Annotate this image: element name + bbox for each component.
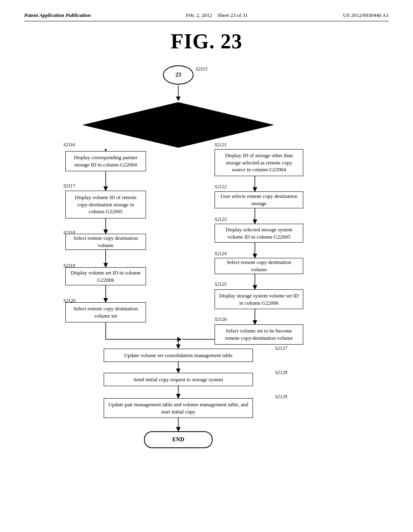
- s2122-label: S2122: [215, 184, 227, 190]
- box-s2126: Select volume set to be become remote co…: [215, 324, 303, 345]
- box-s2127: Update volume set consolidation manageme…: [104, 349, 253, 362]
- svg-marker-32: [176, 345, 180, 349]
- s2125-label: S2125: [215, 281, 227, 287]
- page: Patent Application Publication Feb. 2, 2…: [0, 0, 413, 532]
- box-s2122: User selects remote copy destination sto…: [215, 191, 303, 208]
- header-patent-number: US 2012/0030440 A1: [343, 12, 389, 19]
- s2121-label: S2121: [215, 142, 227, 148]
- box-s2118: Select remote copy destination volume: [65, 234, 146, 250]
- box-s2121: Display ID of storage other than storage…: [215, 149, 303, 176]
- svg-marker-15: [104, 298, 108, 302]
- box-s2129: Update pair management table and volume …: [104, 398, 253, 418]
- start-node: 23: [163, 65, 194, 85]
- svg-marker-38: [176, 427, 180, 431]
- s2117-label: S2117: [63, 183, 75, 189]
- svg-marker-28: [177, 337, 181, 341]
- no-label: No: [226, 118, 232, 124]
- box-s2128: Send initial copy request to storage sys…: [104, 373, 253, 386]
- s2127-label: S2127: [275, 345, 287, 351]
- svg-marker-34: [176, 369, 180, 373]
- box-s2119: Display volume set ID in column G22006: [65, 267, 146, 285]
- box-s2117: Display volume ID of remote copy-destina…: [65, 191, 146, 218]
- svg-marker-19: [253, 220, 257, 224]
- svg-marker-11: [104, 230, 108, 234]
- box-s2125: Display storage system volume set ID in …: [215, 289, 303, 309]
- s2116-label: S2116: [63, 142, 75, 148]
- s2124-label: S2124: [215, 251, 227, 257]
- svg-marker-25: [253, 320, 257, 324]
- svg-marker-21: [253, 254, 257, 258]
- svg-marker-36: [176, 394, 180, 398]
- flowchart-diagram: 23 S2115 Partner volume set correspondin…: [41, 57, 372, 501]
- box-s2120: Select remote copy destination volume se…: [65, 302, 146, 322]
- page-header: Patent Application Publication Feb. 2, 2…: [24, 12, 389, 21]
- header-date-sheet: Feb. 2, 2012 Sheet 23 of 31: [186, 12, 248, 19]
- end-node: END: [144, 431, 213, 448]
- s2115-label: S2115: [196, 66, 207, 72]
- svg-marker-1: [176, 97, 180, 101]
- decision-diamond: Partner volume set corresponding to virt…: [81, 101, 275, 149]
- s2128-label: S2128: [275, 370, 287, 376]
- header-publication: Patent Application Publication: [24, 12, 91, 19]
- box-s2123: Display selected storage system volume I…: [215, 224, 303, 243]
- figure-title: FIG. 23: [24, 29, 389, 53]
- s2123-label: S2123: [215, 216, 227, 222]
- s2129-label: S2129: [275, 394, 287, 400]
- svg-marker-13: [104, 263, 108, 267]
- svg-marker-23: [253, 285, 257, 289]
- svg-marker-9: [104, 187, 108, 191]
- box-s2124: Select remote copy destination volume: [215, 258, 303, 274]
- s2126-label: S2126: [215, 316, 227, 322]
- box-s2116: Display corresponding partner storage ID…: [65, 151, 146, 171]
- svg-marker-17: [253, 187, 257, 191]
